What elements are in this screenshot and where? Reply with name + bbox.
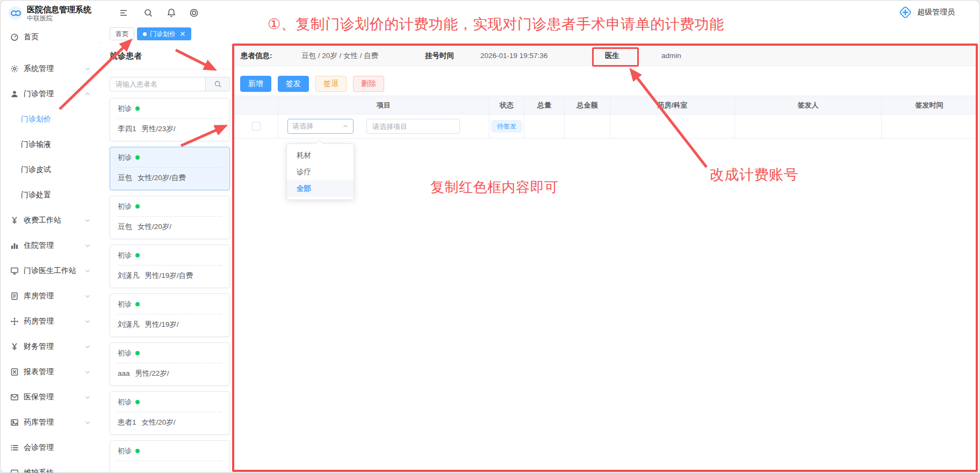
- patient-name: 豆包: [118, 174, 132, 182]
- card-divider: [118, 118, 222, 119]
- status-dot-icon: [135, 155, 140, 160]
- sidebar-item-库房管理[interactable]: 库房管理: [1, 283, 96, 309]
- patient-info-label: 患者信息:: [241, 45, 272, 66]
- patient-card[interactable]: 初诊豆包女性/20岁/: [110, 196, 230, 239]
- bell-icon[interactable]: [167, 8, 176, 18]
- item-type-select[interactable]: 请选择: [287, 119, 354, 134]
- column-header-select: [234, 96, 278, 114]
- patient-search-button[interactable]: [205, 77, 230, 91]
- row-checkbox[interactable]: [252, 122, 261, 131]
- patient-panel: 就诊患者 初诊李四1男性/23岁/初诊豆包女性/20岁/自费初诊豆包女性/20岁…: [103, 42, 233, 472]
- patient-card[interactable]: 初诊刘潇凡男性/19岁/: [110, 293, 230, 337]
- user-name: 超级管理员: [917, 8, 955, 17]
- chevron-down-icon: [84, 394, 91, 400]
- sidebar-item-药房管理[interactable]: 药房管理: [1, 309, 96, 334]
- chevron-down-icon: [84, 217, 91, 224]
- patient-info-bar: 患者信息: 豆包 / 20岁 / 女性 / 自费 挂号时间 2026-01-19…: [234, 45, 977, 66]
- action-toolbar: 新增签发签退删除: [240, 76, 384, 92]
- chevron-up-icon: [342, 123, 349, 130]
- sidebar-item-药库管理[interactable]: 药库管理: [1, 410, 96, 435]
- patient-card[interactable]: 初诊豆包女性/20岁/自费: [110, 147, 230, 190]
- sidebar-item-系统管理[interactable]: 系统管理: [1, 56, 96, 81]
- doctor-value: admin: [661, 45, 681, 66]
- gear-icon: [10, 64, 19, 73]
- sidebar-subitem-门诊皮试[interactable]: 门诊皮试: [1, 157, 96, 182]
- image-icon: [10, 418, 19, 427]
- sidebar-item-首页[interactable]: 首页: [1, 24, 96, 49]
- item-name-input[interactable]: [366, 119, 460, 134]
- app-logo-icon: [8, 6, 23, 20]
- item-type-dropdown: 耗材诊疗全部: [286, 144, 354, 200]
- visit-type-badge: 初诊: [118, 299, 132, 309]
- visit-type-badge: 初诊: [118, 153, 132, 162]
- status-dot-icon: [135, 449, 140, 453]
- dropdown-option-诊疗[interactable]: 诊疗: [287, 163, 354, 180]
- column-header-签发时间: 签发时间: [882, 96, 977, 114]
- dropdown-option-全部[interactable]: 全部: [287, 180, 354, 197]
- sidebar-item-报表管理[interactable]: 报表管理: [1, 359, 96, 384]
- brand: 医院信息管理系统 中联医院: [8, 5, 91, 23]
- patient-card[interactable]: 初诊李四1男性/23岁/: [110, 98, 230, 141]
- tab-home[interactable]: 首页: [110, 27, 134, 40]
- patient-card[interactable]: 初诊: [110, 440, 230, 473]
- 签退-button[interactable]: 签退: [315, 76, 347, 92]
- patient-name: aaa: [118, 369, 130, 377]
- visit-type-badge: 初诊: [118, 397, 132, 407]
- header-divider: [948, 8, 948, 18]
- status-badge: 待签发: [492, 120, 522, 132]
- annotation-account-note: 改成计费账号: [710, 165, 798, 184]
- close-icon[interactable]: [180, 31, 185, 37]
- card-divider: [118, 265, 222, 266]
- sidebar-item-维护系统[interactable]: 维护系统: [1, 460, 96, 472]
- chevron-down-icon: [84, 343, 91, 350]
- patient-name: 刘潇凡: [118, 271, 140, 280]
- theme-icon[interactable]: [189, 8, 199, 18]
- dashboard-icon: [10, 33, 19, 41]
- menu-fold-icon[interactable]: [119, 8, 128, 18]
- patient-name: 李四1: [118, 125, 136, 133]
- sidebar-subitem-门诊输液[interactable]: 门诊输液: [1, 132, 96, 157]
- 删除-button[interactable]: 删除: [353, 76, 384, 92]
- patient-search-input[interactable]: [110, 77, 205, 91]
- sidebar-item-财务管理[interactable]: 财务管理: [1, 334, 96, 359]
- monitor-icon: [10, 267, 19, 275]
- user-icon: [10, 90, 19, 98]
- status-dot-icon: [135, 351, 140, 355]
- tab-outpatient-pricing[interactable]: 门诊划价: [137, 27, 191, 40]
- patient-info: 男性/22岁/: [135, 369, 169, 377]
- dropdown-option-耗材[interactable]: 耗材: [287, 147, 354, 163]
- status-dot-icon: [135, 204, 140, 209]
- sidebar-item-医保管理[interactable]: 医保管理: [1, 384, 96, 410]
- patient-name: 豆包: [118, 223, 132, 231]
- yen-icon: [10, 216, 19, 225]
- 签发-button[interactable]: 签发: [278, 76, 309, 92]
- 新增-button[interactable]: 新增: [240, 76, 271, 92]
- sidebar-item-住院管理[interactable]: 住院管理: [1, 233, 96, 258]
- sidebar-item-门诊医生工作站[interactable]: 门诊医生工作站: [1, 258, 96, 283]
- chevron-down-icon: [84, 293, 91, 299]
- move-icon: [10, 317, 19, 326]
- patient-info: 女性/20岁/: [142, 418, 176, 426]
- sidebar-item-会诊管理[interactable]: 会诊管理: [1, 435, 96, 460]
- user-account[interactable]: 超级管理员: [898, 5, 955, 19]
- chevron-down-icon: [84, 369, 91, 375]
- active-tab-dot-icon: [143, 32, 147, 36]
- visit-type-badge: 初诊: [118, 104, 132, 113]
- patient-card[interactable]: 初诊患者1女性/20岁/: [110, 391, 230, 435]
- excel-icon: [10, 368, 19, 376]
- card-divider: [118, 167, 222, 168]
- patient-card[interactable]: 初诊aaa男性/22岁/: [110, 342, 230, 386]
- patient-card[interactable]: 初诊刘潇凡男性/19岁/自费: [110, 245, 230, 288]
- chevron-up-icon: [84, 91, 91, 97]
- card-divider: [118, 216, 222, 217]
- search-icon[interactable]: [143, 8, 153, 18]
- billing-table: 项目状态总量总金额药房/科室签发人签发时间 请选择 待签发: [234, 96, 977, 139]
- annotation-copy-note: 复制红色框内容即可: [430, 178, 559, 197]
- sidebar-item-收费工作站[interactable]: 收费工作站: [1, 207, 96, 233]
- sidebar-item-门诊管理[interactable]: 门诊管理: [1, 81, 96, 106]
- status-dot-icon: [135, 302, 140, 306]
- sidebar-subitem-门诊划价[interactable]: 门诊划价: [1, 106, 96, 132]
- sidebar-subitem-门诊处置[interactable]: 门诊处置: [1, 182, 96, 207]
- visit-type-badge: 初诊: [118, 250, 132, 260]
- patient-name: 刘潇凡: [118, 320, 140, 328]
